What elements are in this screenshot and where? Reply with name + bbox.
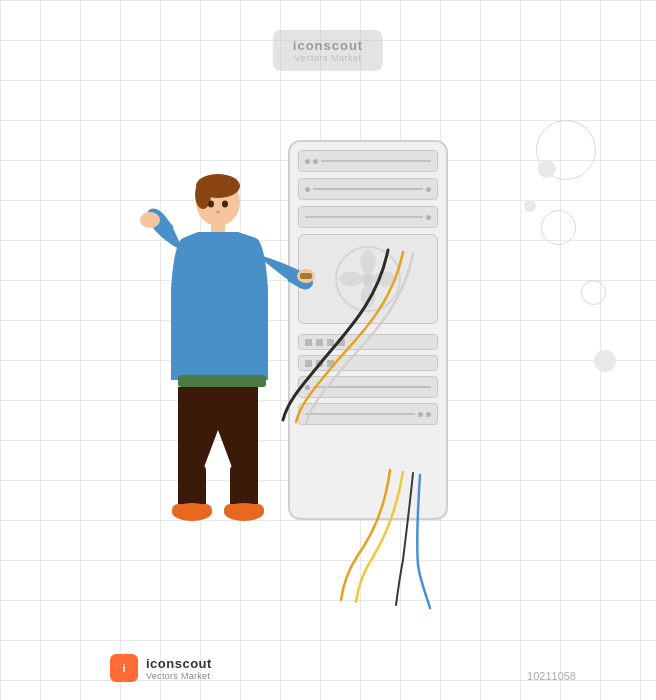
character-illustration (128, 160, 328, 540)
port-square (327, 339, 334, 346)
svg-point-7 (140, 212, 160, 228)
brand-logo-icon: i (110, 654, 138, 682)
illustration-area (78, 60, 578, 640)
svg-point-16 (208, 201, 214, 208)
iconscout-logo-svg: i (115, 659, 133, 677)
fan-icon (333, 244, 403, 314)
rack-line (313, 386, 431, 388)
port-square (338, 339, 345, 346)
rack-dot (426, 215, 431, 220)
rack-line (321, 160, 431, 162)
rack-dot (418, 412, 423, 417)
watermark-brand: iconscout (293, 38, 363, 53)
item-number: 10211058 (527, 670, 576, 682)
svg-rect-9 (300, 273, 312, 279)
rack-line (313, 188, 423, 190)
brand-tagline: Vectors Market (146, 671, 212, 681)
port-square (327, 360, 334, 367)
brand-text-group: iconscout Vectors Market (146, 656, 212, 681)
rack-dot (426, 412, 431, 417)
svg-rect-6 (178, 375, 266, 387)
rack-dot (426, 187, 431, 192)
main-container: iconscout Vectors Market (0, 0, 656, 700)
svg-point-17 (222, 201, 228, 208)
svg-text:i: i (122, 662, 125, 674)
svg-rect-15 (224, 504, 264, 516)
svg-rect-13 (172, 504, 212, 516)
svg-point-18 (216, 211, 220, 214)
brand-name: iconscout (146, 656, 212, 671)
